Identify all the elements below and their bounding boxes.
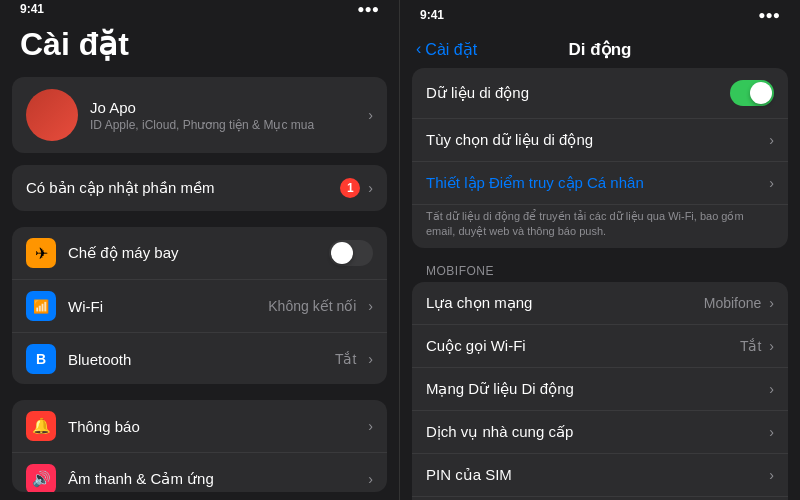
carrier-services-item[interactable]: Dịch vụ nhà cung cấp › [412,411,788,454]
sounds-icon: 🔊 [32,470,51,488]
bluetooth-item[interactable]: B Bluetooth Tắt › [12,333,387,384]
right-nav: ‹ Cài đặt Di động [400,30,800,68]
wifi-calling-value: Tắt [740,338,761,354]
avatar [26,89,78,141]
back-chevron: ‹ [416,40,421,58]
right-status-icons: ●●● [758,8,780,22]
notifications-icon-box: 🔔 [26,411,56,441]
sim-pin-chevron: › [769,467,774,483]
wifi-calling-label: Cuộc gọi Wi-Fi [426,337,732,355]
mobile-data-options-item[interactable]: Tùy chọn dữ liệu di động › [412,119,788,162]
mobifone-group: Lựa chọn mạng Mobifone › Cuộc gọi Wi-Fi … [412,282,788,500]
airplane-icon-box: ✈ [26,238,56,268]
mobile-data-options-label: Tùy chọn dữ liệu di động [426,131,761,149]
sounds-icon-box: 🔊 [26,464,56,492]
right-time: 9:41 [420,8,444,22]
mobile-network-label: Mạng Dữ liệu Di động [426,380,761,398]
toggle-knob [331,242,353,264]
mobile-data-knob [750,82,772,104]
network-selection-value: Mobifone [704,295,762,311]
options-chevron: › [769,132,774,148]
update-text: Có bản cập nhật phần mềm [26,179,332,197]
wifi-label: Wi-Fi [68,298,256,315]
carrier-services-chevron: › [769,424,774,440]
bluetooth-value: Tắt [335,351,356,367]
wifi-item[interactable]: 📶 Wi-Fi Không kết nối › [12,280,387,333]
wifi-value: Không kết nối [268,298,356,314]
right-nav-title: Di động [569,39,632,60]
profile-chevron: › [368,107,373,123]
mobile-network-chevron: › [769,381,774,397]
mobile-data-toggle-item[interactable]: Dữ liệu di động [412,68,788,119]
sounds-item[interactable]: 🔊 Âm thanh & Cảm ứng › [12,453,387,492]
update-chevron: › [368,180,373,196]
notifications-item[interactable]: 🔔 Thông báo › [12,400,387,453]
network-chevron: › [769,295,774,311]
update-badge: 1 [340,178,360,198]
network-selection-item[interactable]: Lựa chọn mạng Mobifone › [412,282,788,325]
back-label: Cài đặt [425,40,477,59]
left-status-bar: 9:41 ●●● [0,0,399,17]
hotspot-item[interactable]: Thiết lập Điểm truy cập Cá nhân › [412,162,788,205]
hotspot-chevron: › [769,175,774,191]
left-panel: 9:41 ●●● Cài đặt Jo Apo ID Apple, iCloud… [0,0,400,500]
wifi-chevron: › [368,298,373,314]
wifi-calling-chevron: › [769,338,774,354]
back-button[interactable]: ‹ Cài đặt [416,40,477,59]
bluetooth-chevron: › [368,351,373,367]
profile-subtitle: ID Apple, iCloud, Phương tiện & Mục mua [90,118,356,132]
network-selection-label: Lựa chọn mạng [426,294,696,312]
sim-pin-item[interactable]: PIN của SIM › [412,454,788,497]
airplane-label: Chế độ máy bay [68,244,317,262]
airplane-icon: ✈ [35,244,48,263]
mobile-data-description: Tất dữ liệu di động để truyền tải các dữ… [412,205,788,248]
notifications-icon: 🔔 [32,417,51,435]
update-banner[interactable]: Có bản cập nhật phần mềm 1 › [12,165,387,211]
airplane-mode-item[interactable]: ✈ Chế độ máy bay [12,227,387,280]
mobile-data-toggle[interactable] [730,80,774,106]
notifications-chevron: › [368,418,373,434]
hotspot-label: Thiết lập Điểm truy cập Cá nhân [426,174,761,192]
profile-row[interactable]: Jo Apo ID Apple, iCloud, Phương tiện & M… [12,77,387,153]
page-title: Cài đặt [0,17,399,73]
left-status-icons: ●●● [357,2,379,16]
mobile-network-item[interactable]: Mạng Dữ liệu Di động › [412,368,788,411]
right-content: Dữ liệu di động Tùy chọn dữ liệu di động… [400,68,800,500]
left-time: 9:41 [20,2,44,16]
bluetooth-label: Bluetooth [68,351,323,368]
mobile-data-group: Dữ liệu di động Tùy chọn dữ liệu di động… [412,68,788,248]
settings-group-1: ✈ Chế độ máy bay 📶 Wi-Fi Không kết nối ›… [12,227,387,384]
settings-group-2: 🔔 Thông báo › 🔊 Âm thanh & Cảm ứng › 🌙 T… [12,400,387,492]
mobile-data-label: Dữ liệu di động [426,84,722,102]
wifi-icon-box: 📶 [26,291,56,321]
bluetooth-icon-box: B [26,344,56,374]
airplane-toggle[interactable] [329,240,373,266]
bluetooth-icon: B [36,351,46,367]
right-status-bar: 9:41 ●●● [400,0,800,30]
sounds-label: Âm thanh & Cảm ứng [68,470,356,488]
sim-pin-label: PIN của SIM [426,466,761,484]
profile-name: Jo Apo [90,99,356,116]
right-panel: 9:41 ●●● ‹ Cài đặt Di động Dữ liệu di độ… [400,0,800,500]
sounds-chevron: › [368,471,373,487]
wifi-icon: 📶 [33,299,49,314]
carrier-services-label: Dịch vụ nhà cung cấp [426,423,761,441]
wifi-calling-item[interactable]: Cuộc gọi Wi-Fi Tắt › [412,325,788,368]
notifications-label: Thông báo [68,418,356,435]
mobifone-section-header: MOBIFONE [412,256,788,282]
